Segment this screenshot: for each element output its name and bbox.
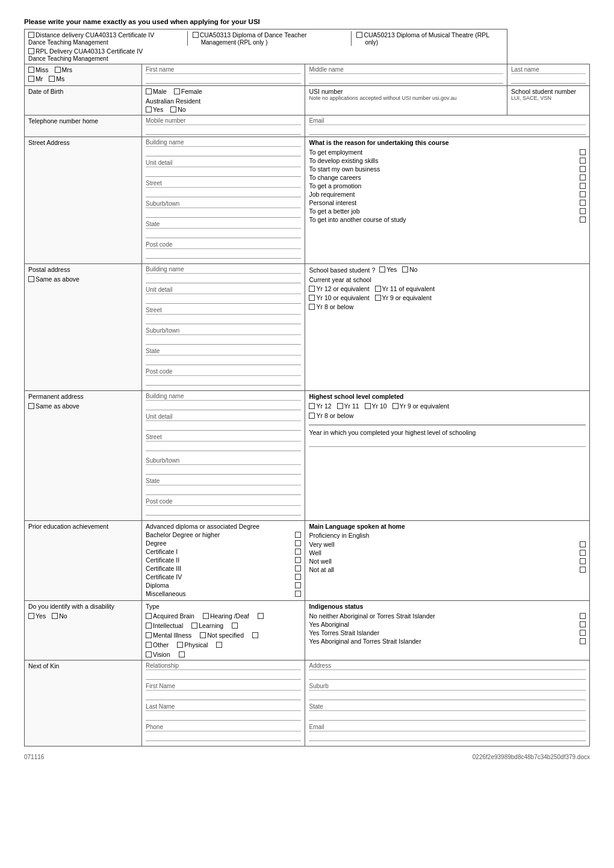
telephone-label: Telephone number home — [28, 117, 98, 125]
building-label: Building name — [146, 139, 301, 147]
miss-checkbox[interactable]: Miss — [28, 66, 49, 73]
lang-not-well-cb[interactable] — [580, 558, 586, 564]
lang-well-row: Well — [309, 549, 586, 556]
indigenous-both-row: Yes Aboriginal and Torres Strait Islande… — [309, 638, 586, 645]
indigenous-torres-cb[interactable] — [580, 630, 586, 636]
lang-not-at-all-cb[interactable] — [580, 567, 586, 573]
postal-postcode-label: Post code — [146, 368, 301, 376]
usi-note: Note no applications accepted without US… — [309, 95, 503, 101]
hs-yr11-cb[interactable]: Yr 11 — [337, 402, 359, 410]
hs-yr9-cb[interactable]: Yr 9 or equivalent — [392, 402, 449, 410]
reason-careers-cb[interactable] — [580, 174, 586, 180]
reason-another-cb[interactable] — [580, 217, 586, 223]
kin-phone-label: Phone — [146, 724, 301, 731]
usi-label: USI number — [309, 88, 503, 95]
reason-promotion-cb[interactable] — [580, 183, 586, 189]
indigenous-aboriginal-cb[interactable] — [580, 621, 586, 627]
disability-no-cb[interactable]: No — [52, 612, 67, 620]
prior-bachelor-cb[interactable] — [295, 532, 301, 538]
disability-learning2-cb[interactable] — [232, 623, 238, 629]
reason-personal-cb[interactable] — [580, 200, 586, 206]
school-no-cb[interactable]: No — [402, 266, 417, 273]
email-label: Email — [309, 117, 586, 125]
yr11-cb[interactable]: Yr 11 of equivalent — [375, 285, 435, 292]
male-checkbox[interactable]: Male — [146, 88, 167, 95]
disability-yes-cb[interactable]: Yes — [28, 612, 46, 620]
disability-acquired-cb[interactable]: Acquired Brain — [146, 612, 194, 620]
disability-type-label: Type — [146, 603, 301, 610]
lang-well-cb[interactable] — [580, 550, 586, 556]
postal-same-checkbox[interactable]: Same as above — [28, 275, 79, 283]
permanent-same-checkbox[interactable]: Same as above — [28, 402, 79, 410]
perm-suburb-label: Suburb/town — [146, 457, 301, 465]
indigenous-no-cb[interactable] — [580, 613, 586, 619]
yr8-cb[interactable]: Yr 8 or below — [309, 303, 353, 310]
resident-yes-checkbox[interactable]: Yes — [146, 106, 163, 113]
prior-cert3-cb[interactable] — [295, 565, 301, 571]
disability-learning-cb[interactable]: Learning — [191, 622, 223, 629]
reason-personal-row: Personal interest — [309, 199, 586, 206]
permanent-address-fields-cell: Building name Unit detail Street Suburb/… — [142, 391, 305, 521]
ms-checkbox[interactable]: Ms — [49, 75, 64, 82]
postal-state-label: State — [146, 348, 301, 356]
disability-intellectual-cb[interactable]: Intellectual — [146, 622, 183, 629]
hs-yr10-cb[interactable]: Yr 10 — [365, 402, 387, 410]
disability-vision2-cb[interactable] — [179, 651, 185, 657]
course-musical-checkbox[interactable]: CUA50213 Diploma of Musical Theatre (RPL — [356, 31, 489, 38]
proficiency-label: Proficiency in English — [309, 532, 586, 539]
mobile-cell: Mobile number — [142, 115, 305, 137]
female-checkbox[interactable]: Female — [174, 88, 202, 95]
hs-yr8-cb[interactable]: Yr 8 or below — [309, 412, 353, 419]
school-yes-cb[interactable]: Yes — [379, 266, 397, 273]
prior-degree-cb[interactable] — [295, 540, 301, 546]
course-musical-label: CUA50213 Diploma of Musical Theatre (RPL — [364, 31, 489, 38]
yr12-cb[interactable]: Yr 12 or equivalent — [309, 285, 369, 292]
perm-building-label: Building name — [146, 393, 301, 401]
disability-notspec2-cb[interactable] — [252, 632, 258, 638]
disability-hearing2-cb[interactable] — [258, 613, 264, 619]
prior-misc-cb[interactable] — [295, 591, 301, 597]
resident-no-checkbox[interactable]: No — [170, 106, 185, 113]
reason-develop-cb[interactable] — [580, 158, 586, 164]
mr-checkbox[interactable]: Mr — [28, 75, 43, 82]
reason-job-cb[interactable] — [580, 191, 586, 197]
postal-street-label: Street — [146, 307, 301, 315]
lang-very-well-cb[interactable] — [580, 541, 586, 547]
middle-name-cell: Middle name — [305, 64, 507, 86]
mrs-checkbox[interactable]: Mrs — [55, 66, 73, 73]
yr10-cb[interactable]: Yr 10 or equivalent — [309, 294, 369, 301]
disability-mental-cb[interactable]: Mental Illness — [146, 632, 191, 639]
disability-physical-cb[interactable]: Physical — [177, 641, 208, 648]
prior-degree-row: Degree — [146, 540, 301, 547]
school-student-number-cell: School student number LUI, SACE, VSN — [507, 86, 590, 115]
prior-cert2-cb[interactable] — [295, 557, 301, 563]
lang-very-well-row: Very well — [309, 541, 586, 548]
prior-cert4-cb[interactable] — [295, 574, 301, 580]
disability-types-cell: Type Acquired Brain Hearing /Deaf Intell… — [142, 601, 305, 660]
lang-not-at-all-row: Not at all — [309, 566, 586, 573]
course-diploma-checkbox[interactable]: CUA50313 Diploma of Dance Teacher — [193, 31, 307, 38]
last-name-cell: Last name — [507, 64, 590, 86]
school-student-note: LUI, SACE, VSN — [511, 95, 586, 101]
disability-notspec-cb[interactable]: Not specified — [200, 632, 244, 639]
course-rpl-checkbox[interactable]: RPL Delivery CUA40313 Certificate IV — [28, 48, 143, 55]
disability-vision-cb[interactable]: Vision — [146, 651, 170, 658]
course-distance-checkbox[interactable]: Distance delivery CUA40313 Certificate I… — [28, 31, 154, 38]
kin-relationship-label: Relationship — [146, 662, 301, 670]
indigenous-both-cb[interactable] — [580, 638, 586, 644]
prior-cert3-row: Certificate III — [146, 565, 301, 572]
postal-label: Postal address — [28, 266, 138, 273]
prior-cert1-cb[interactable] — [295, 549, 301, 555]
reason-employment-cb[interactable] — [580, 149, 586, 155]
disability-other-cb[interactable]: Other — [146, 641, 169, 648]
reason-develop-row: To develop existing skills — [309, 157, 586, 164]
year-completed-label: Year in which you completed your highest… — [309, 429, 586, 436]
hs-yr12-cb[interactable]: Yr 12 — [309, 402, 331, 410]
reason-better-cb[interactable] — [580, 208, 586, 214]
prior-diploma-cb[interactable] — [295, 582, 301, 588]
disability-physical2-cb[interactable] — [216, 642, 222, 648]
yr9-cb[interactable]: Yr 9 or equivalent — [375, 294, 432, 301]
disability-hearing-cb[interactable]: Hearing /Deaf — [203, 612, 249, 620]
next-of-kin-fields-cell: Relationship First Name Last Name Phone — [142, 660, 305, 746]
reason-business-cb[interactable] — [580, 166, 586, 172]
